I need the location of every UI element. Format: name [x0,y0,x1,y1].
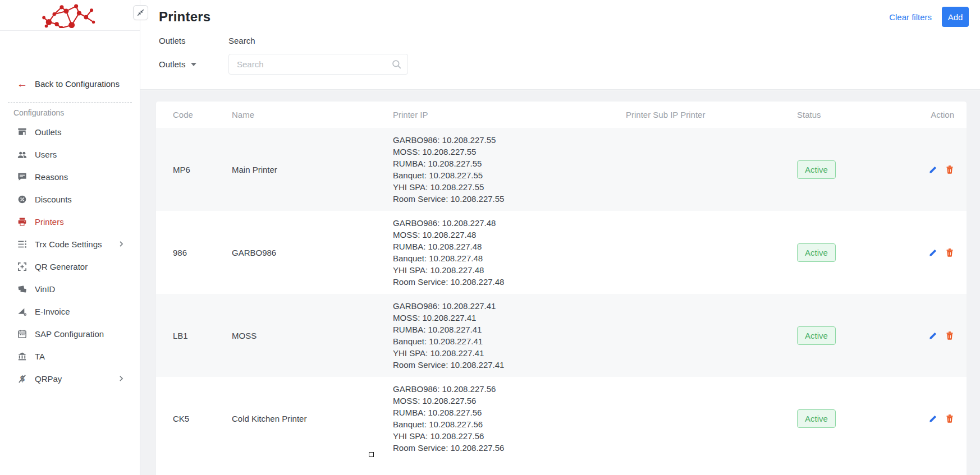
column-header-status: Status [797,110,898,119]
status-badge: Active [797,160,836,179]
numbered-list-icon [17,239,28,250]
invoice-ramp-icon [17,306,28,317]
cell-code: LB1 [173,331,232,340]
cell-code: 986 [173,248,232,257]
printers-table-card: Code Name Printer IP Printer Sub IP Prin… [156,102,967,475]
sidebar-item-printers[interactable]: Printers [0,210,140,233]
delete-button[interactable] [945,414,954,423]
edit-button[interactable] [928,165,938,174]
cell-code: MP6 [173,165,232,174]
sidebar-item-vinid[interactable]: VinID [0,278,140,300]
back-arrow-icon: ← [17,79,28,89]
trash-icon [945,414,954,423]
edit-button[interactable] [928,331,938,340]
sidebar-item-label: Printers [35,217,64,227]
cards-icon [17,284,28,294]
cell-printer-ip: GARBO986: 10.208.227.55 MOSS: 10.208.227… [393,128,626,211]
back-label: Back to Configurations [35,79,120,89]
cell-name: Main Printer [232,165,393,174]
sidebar-item-trx-code-settings[interactable]: Trx Code Settings [0,233,140,255]
sidebar-item-outlets[interactable]: Outlets [0,121,140,143]
pencil-icon [928,414,938,423]
sidebar-item-label: Outlets [35,127,62,137]
cell-name: GARBO986 [232,248,393,257]
sidebar-item-e-invoice[interactable]: E-Invoice [0,300,140,322]
table-row: MP6 Main Printer GARBO986: 10.208.227.55… [156,128,967,211]
table-header-row: Code Name Printer IP Printer Sub IP Prin… [156,102,967,128]
brand-network-logo[interactable] [37,2,103,28]
sidebar-menu: Outlets Users Reasons Discounts Printers [0,121,140,390]
table-row: CK5 Cold Kitchen Printer GARBO986: 10.20… [156,377,967,460]
edit-button[interactable] [928,414,938,423]
sidebar-item-ta[interactable]: TA [0,345,140,367]
content-area: Code Name Printer IP Printer Sub IP Prin… [140,90,980,475]
chevron-right-icon [117,240,125,248]
cell-code: CK5 [173,414,232,423]
sidebar-item-sap-configuration[interactable]: SAP Configuration [0,322,140,345]
chevron-right-icon [117,375,125,382]
sidebar-item-label: Trx Code Settings [35,239,102,249]
bank-icon [17,351,28,362]
caret-down-icon [191,63,196,66]
column-header-printer-sub-ip: Printer Sub IP Printer [626,110,797,119]
sidebar-item-label: TA [35,352,45,361]
table-row: LB1 MOSS GARBO986: 10.208.227.41 MOSS: 1… [156,294,967,377]
sidebar-item-label: Users [35,150,57,159]
cell-printer-ip: GARBO986: 10.208.227.56 MOSS: 10.208.227… [393,377,626,460]
column-header-code: Code [173,110,232,119]
add-button[interactable]: Add [942,7,969,27]
delete-button[interactable] [945,165,954,174]
back-to-configurations-link[interactable]: ← Back to Configurations [0,76,140,91]
sidebar-item-users[interactable]: Users [0,143,140,165]
sidebar-item-qrpay[interactable]: $ QRPay [0,367,140,390]
search-icon [391,59,402,70]
sidebar-item-label: QR Generator [35,262,88,271]
edit-button[interactable] [928,248,938,257]
pencil-icon [928,248,938,257]
configurations-section-label: Configurations [0,108,140,117]
sidebar-item-qr-generator[interactable]: QR Generator [0,255,140,278]
cell-printer-ip: GARBO986: 10.208.227.41 MOSS: 10.208.227… [393,294,626,377]
sidebar-item-reasons[interactable]: Reasons [0,165,140,188]
clear-filters-link[interactable]: Clear filters [889,12,932,22]
delete-button[interactable] [945,248,954,257]
sidebar-item-label: QRPay [35,374,62,384]
column-header-name: Name [232,110,393,119]
trash-icon [945,165,954,174]
status-badge: Active [797,243,836,262]
stray-checkbox-artifact [369,452,374,457]
outlets-dropdown-value: Outlets [159,59,186,69]
collapse-arrows-icon [136,8,145,17]
column-header-printer-ip: Printer IP [393,110,626,119]
sidebar-divider [8,102,132,103]
pencil-icon [928,331,938,340]
page-header: Printers Clear filters Add Outlets Outle… [140,0,980,90]
sidebar-item-label: SAP Configuration [35,329,104,339]
sidebar-item-discounts[interactable]: Discounts [0,188,140,210]
users-icon [17,149,28,160]
qr-crop-icon [17,261,28,272]
status-badge: Active [797,409,836,428]
trash-icon [945,331,954,340]
cell-printer-ip: GARBO986: 10.208.227.48 MOSS: 10.208.227… [393,211,626,294]
page-title: Printers [159,9,210,25]
sidebar-collapse-button[interactable] [133,5,148,20]
cell-name: Cold Kitchen Printer [232,414,393,423]
money-off-icon: $ [17,373,28,384]
search-input[interactable] [228,54,408,75]
filter-bar: Outlets Outlets Search [159,36,969,75]
trash-icon [945,248,954,257]
sidebar: ← Back to Configurations Configurations … [0,0,140,475]
calendar-icon [17,329,28,339]
sidebar-item-label: Reasons [35,172,68,182]
chat-bubble-icon [17,172,28,182]
sidebar-item-label: E-Invoice [35,307,70,316]
delete-button[interactable] [945,331,954,340]
status-badge: Active [797,326,836,345]
outlets-filter-label: Outlets [159,36,208,45]
pencil-icon [928,165,938,174]
outlets-dropdown[interactable]: Outlets [159,59,196,69]
column-header-action: Action [931,110,954,119]
store-icon [17,127,28,137]
sidebar-item-label: VinID [35,284,55,294]
